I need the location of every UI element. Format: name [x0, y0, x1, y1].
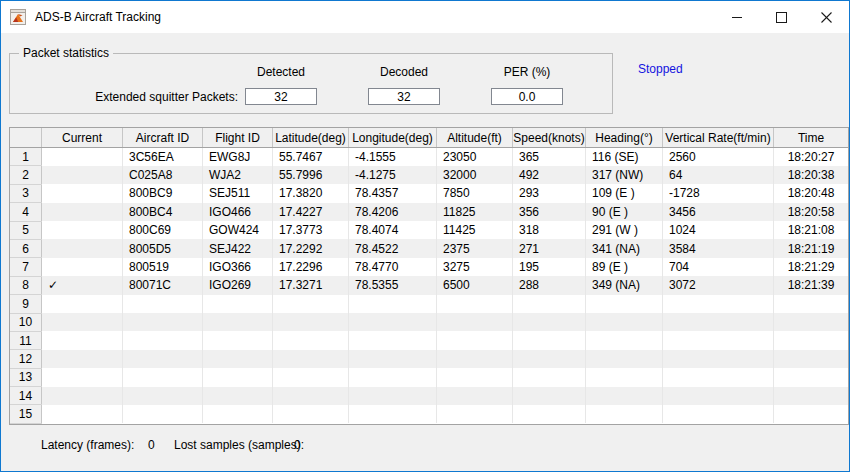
table-cell[interactable] — [437, 295, 513, 313]
row-header[interactable]: 9 — [10, 295, 42, 313]
table-cell[interactable] — [42, 148, 123, 166]
table-cell[interactable] — [42, 203, 123, 221]
row-header[interactable]: 11 — [10, 331, 42, 349]
table-cell[interactable] — [513, 368, 586, 386]
table-cell[interactable] — [663, 295, 774, 313]
table-cell[interactable] — [437, 405, 513, 423]
row-header[interactable]: 13 — [10, 368, 42, 386]
table-cell[interactable] — [42, 387, 123, 405]
table-cell[interactable] — [123, 313, 203, 331]
table-cell[interactable] — [203, 387, 273, 405]
table-cell[interactable] — [123, 350, 203, 368]
table-cell[interactable]: EWG8J — [203, 148, 273, 166]
table-cell[interactable] — [42, 184, 123, 202]
row-header[interactable]: 7 — [10, 258, 42, 276]
table-cell[interactable] — [513, 313, 586, 331]
table-cell[interactable]: 3C56EA — [123, 148, 203, 166]
table-cell[interactable]: 800BC4 — [123, 203, 203, 221]
table-cell[interactable]: 6500 — [437, 276, 513, 294]
close-button[interactable] — [804, 1, 849, 33]
table-cell[interactable]: 2375 — [437, 239, 513, 257]
table-cell[interactable]: ✓ — [42, 276, 123, 294]
table-cell[interactable]: 55.7467 — [273, 148, 349, 166]
table-cell[interactable] — [42, 221, 123, 239]
table-cell[interactable]: IGO366 — [203, 258, 273, 276]
table-cell[interactable] — [663, 368, 774, 386]
table-cell[interactable] — [273, 295, 349, 313]
table-cell[interactable] — [123, 368, 203, 386]
table-cell[interactable] — [123, 387, 203, 405]
table-cell[interactable] — [349, 405, 437, 423]
table-cell[interactable] — [774, 350, 849, 368]
table-cell[interactable] — [437, 387, 513, 405]
table-cell[interactable] — [437, 350, 513, 368]
table-cell[interactable]: 17.3773 — [273, 221, 349, 239]
row-header[interactable]: 8 — [10, 276, 42, 294]
table-cell[interactable] — [586, 331, 663, 349]
table-cell[interactable]: 55.7996 — [273, 166, 349, 184]
table-cell[interactable]: 195 — [513, 258, 586, 276]
table-cell[interactable]: 80071C — [123, 276, 203, 294]
table-cell[interactable]: 18:21:08 — [774, 221, 849, 239]
table-cell[interactable]: 800519 — [123, 258, 203, 276]
table-cell[interactable]: 800BC9 — [123, 184, 203, 202]
table-cell[interactable]: 7850 — [437, 184, 513, 202]
table-cell[interactable] — [273, 313, 349, 331]
row-header[interactable]: 5 — [10, 221, 42, 239]
row-header[interactable]: 6 — [10, 239, 42, 257]
table-cell[interactable] — [774, 313, 849, 331]
table-cell[interactable]: 800C69 — [123, 221, 203, 239]
table-cell[interactable]: 293 — [513, 184, 586, 202]
table-cell[interactable] — [586, 295, 663, 313]
table-cell[interactable] — [203, 313, 273, 331]
table-cell[interactable]: 109 (E ) — [586, 184, 663, 202]
table-cell[interactable]: 1024 — [663, 221, 774, 239]
table-cell[interactable]: 271 — [513, 239, 586, 257]
table-cell[interactable] — [774, 387, 849, 405]
row-header[interactable]: 1 — [10, 148, 42, 166]
table-cell[interactable] — [42, 166, 123, 184]
table-cell[interactable] — [437, 368, 513, 386]
table-cell[interactable]: 17.2296 — [273, 258, 349, 276]
table-cell[interactable] — [349, 368, 437, 386]
table-cell[interactable]: 18:20:48 — [774, 184, 849, 202]
table-cell[interactable]: SEJ422 — [203, 239, 273, 257]
table-cell[interactable]: 11425 — [437, 221, 513, 239]
table-cell[interactable] — [273, 405, 349, 423]
table-cell[interactable] — [513, 387, 586, 405]
table-cell[interactable]: 3072 — [663, 276, 774, 294]
table-cell[interactable]: 18:21:39 — [774, 276, 849, 294]
table-cell[interactable]: -4.1275 — [349, 166, 437, 184]
table-cell[interactable] — [203, 350, 273, 368]
table-cell[interactable] — [42, 295, 123, 313]
table-cell[interactable]: SEJ511 — [203, 184, 273, 202]
minimize-button[interactable] — [714, 1, 759, 33]
table-cell[interactable] — [663, 387, 774, 405]
table-cell[interactable] — [42, 313, 123, 331]
title-bar[interactable]: ADS-B Aircraft Tracking — [1, 1, 849, 33]
detected-value-field[interactable]: 32 — [245, 88, 317, 105]
table-cell[interactable]: 78.4357 — [349, 184, 437, 202]
table-cell[interactable] — [203, 405, 273, 423]
per-value-field[interactable]: 0.0 — [491, 88, 563, 105]
table-cell[interactable] — [586, 313, 663, 331]
table-cell[interactable]: 288 — [513, 276, 586, 294]
table-cell[interactable] — [663, 350, 774, 368]
table-cell[interactable]: 78.4522 — [349, 239, 437, 257]
row-header[interactable]: 12 — [10, 350, 42, 368]
table-cell[interactable] — [586, 350, 663, 368]
table-cell[interactable]: 3456 — [663, 203, 774, 221]
decoded-value-field[interactable]: 32 — [368, 88, 440, 105]
table-cell[interactable] — [663, 405, 774, 423]
row-header[interactable]: 10 — [10, 313, 42, 331]
table-cell[interactable]: 64 — [663, 166, 774, 184]
table-cell[interactable]: -1728 — [663, 184, 774, 202]
table-cell[interactable] — [123, 331, 203, 349]
table-cell[interactable] — [513, 405, 586, 423]
table-cell[interactable]: 17.2292 — [273, 239, 349, 257]
maximize-button[interactable] — [759, 1, 804, 33]
row-header[interactable]: 15 — [10, 405, 42, 423]
table-cell[interactable] — [513, 295, 586, 313]
table-cell[interactable] — [586, 387, 663, 405]
table-cell[interactable] — [349, 387, 437, 405]
